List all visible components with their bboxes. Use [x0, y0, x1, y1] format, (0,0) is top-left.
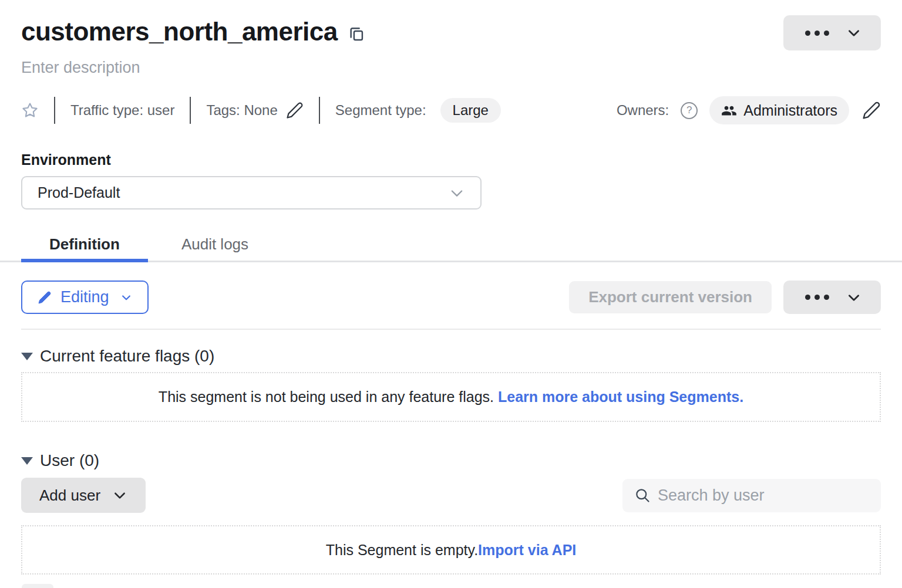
separator [190, 97, 191, 124]
tab-audit-logs[interactable]: Audit logs [153, 226, 277, 262]
export-current-version-button[interactable]: Export current version [569, 281, 772, 313]
divider [21, 329, 881, 330]
segment-detail-page: customers_north_america Enter descriptio… [0, 0, 902, 588]
segment-type-label: Segment type: [335, 102, 426, 119]
definition-toolbar: Editing Export current version [21, 281, 881, 314]
environment-label: Environment [21, 151, 881, 168]
owners-chip[interactable]: Administrators [709, 96, 849, 124]
owners-group: Owners: ? Administrators [617, 96, 881, 124]
chevron-down-icon [120, 292, 132, 303]
meta-left: Traffic type: user Tags: None Segment ty… [21, 97, 501, 124]
description-placeholder[interactable]: Enter description [21, 58, 881, 77]
import-via-api-link[interactable]: Import via API [478, 542, 576, 558]
partially-visible-element [22, 584, 53, 588]
add-user-button[interactable]: Add user [21, 478, 146, 513]
pencil-icon [38, 290, 52, 305]
environment-select[interactable]: Prod-Default [21, 176, 482, 209]
tab-definition-label: Definition [49, 235, 120, 254]
feature-flags-empty-message: This segment is not being used in any fe… [159, 388, 498, 405]
feature-flags-section-header: Current feature flags (0) [21, 347, 881, 366]
separator [319, 97, 320, 124]
traffic-type: Traffic type: user [70, 102, 174, 119]
feature-flags-empty-text: This segment is not being used in any fe… [159, 388, 743, 405]
active-tab-underline [21, 259, 148, 262]
add-user-label: Add user [39, 486, 100, 505]
chevron-down-icon [112, 488, 127, 503]
chevron-down-icon [846, 25, 861, 40]
editing-label: Editing [60, 288, 109, 306]
star-icon[interactable] [21, 102, 39, 119]
header: customers_north_america [21, 15, 881, 50]
owners-label: Owners: [617, 102, 669, 119]
meta-row: Traffic type: user Tags: None Segment ty… [21, 96, 881, 124]
tags: Tags: None [206, 102, 303, 119]
separator [54, 97, 55, 124]
environment-selected-value: Prod-Default [38, 184, 120, 201]
help-icon[interactable]: ? [681, 102, 698, 119]
user-section-header: User (0) [21, 451, 881, 470]
toolbar-more-button[interactable] [783, 281, 881, 314]
more-options-dots-icon [803, 31, 831, 36]
user-empty-message: This Segment is empty. [326, 542, 478, 558]
collapse-triangle-icon[interactable] [21, 353, 33, 360]
edit-owners-pencil-icon[interactable] [862, 101, 881, 120]
feature-flags-empty-state: This segment is not being used in any fe… [21, 372, 881, 422]
tab-audit-logs-label: Audit logs [181, 235, 248, 254]
user-controls-row: Add user [21, 478, 881, 513]
editing-button[interactable]: Editing [21, 281, 149, 314]
title-wrap: customers_north_america [21, 15, 365, 48]
chevron-down-icon [846, 290, 861, 305]
user-empty-state: This Segment is empty.Import via API [21, 525, 881, 575]
copy-icon[interactable] [348, 25, 365, 42]
feature-flags-section-title: Current feature flags (0) [40, 347, 214, 366]
collapse-triangle-icon[interactable] [21, 457, 33, 465]
tags-label: Tags: None [206, 102, 277, 119]
chevron-down-icon [449, 185, 465, 201]
more-options-dots-icon [803, 295, 831, 300]
people-icon [721, 103, 737, 119]
header-more-button[interactable] [783, 15, 881, 50]
toolbar-right: Export current version [569, 281, 881, 314]
search-by-user-input[interactable] [658, 486, 869, 505]
learn-more-link[interactable]: Learn more about using Segments. [498, 388, 743, 405]
user-section-title: User (0) [40, 451, 99, 470]
user-empty-text: This Segment is empty.Import via API [326, 542, 577, 559]
user-search-box [622, 479, 881, 512]
search-icon [634, 487, 651, 503]
tab-strip: Definition Audit logs [21, 226, 881, 262]
page-title: customers_north_america [21, 15, 338, 48]
segment-type-badge: Large [440, 98, 501, 123]
tab-definition[interactable]: Definition [21, 226, 148, 262]
edit-tags-pencil-icon[interactable] [286, 102, 304, 119]
segment-type: Segment type: Large [335, 98, 501, 123]
owners-value: Administrators [743, 102, 837, 119]
